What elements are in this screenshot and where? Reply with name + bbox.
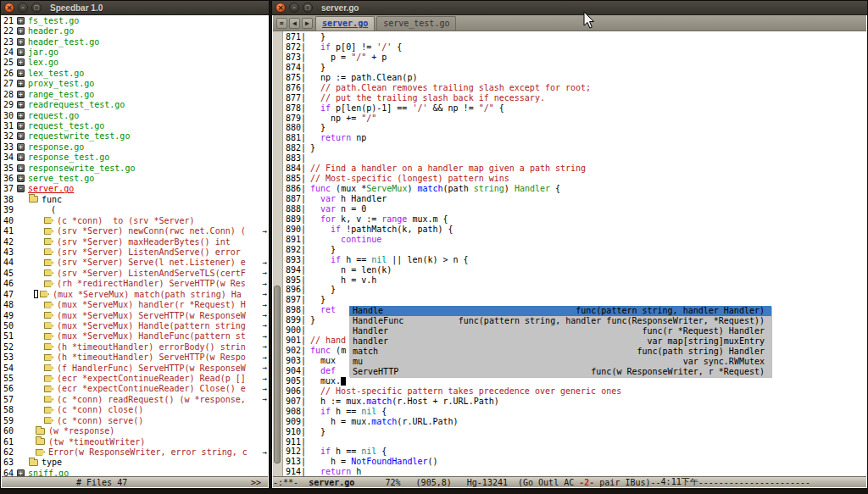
item-label[interactable]: (mux *ServeMux) ServeHTTP(w ResponseW bbox=[57, 311, 246, 320]
item-label[interactable]: response_test.go bbox=[28, 153, 109, 162]
speedbar-row[interactable]: 46(rh *redirectHandler) ServeHTTP(w Res→ bbox=[2, 279, 268, 289]
speedbar-titlebar[interactable]: × – ▢ Speedbar 1.0 bbox=[1, 1, 269, 15]
code-line[interactable]: 878|if p[len(p)-1] == '/' && np != "/" { bbox=[285, 103, 866, 114]
collapse-button[interactable]: - bbox=[17, 185, 25, 192]
item-label[interactable]: (rh *redirectHandler) ServeHTTP(w Res bbox=[57, 279, 246, 288]
speedbar-row[interactable]: 35+responsewrite_test.go bbox=[2, 163, 268, 173]
minimize-icon[interactable]: – bbox=[18, 3, 28, 13]
code-line[interactable]: 882|} bbox=[285, 143, 866, 153]
item-label[interactable]: request_test.go bbox=[28, 121, 104, 130]
code-line[interactable]: 876|// path.Clean removes trailing slash… bbox=[285, 83, 866, 93]
speedbar-row[interactable]: 40(c *conn) to (srv *Server) bbox=[2, 215, 268, 225]
speedbar-row[interactable]: 43(srv *Server) ListenAndServe() error bbox=[2, 247, 268, 257]
completion-item[interactable]: muvar sync.RWMutex bbox=[349, 357, 771, 367]
item-label[interactable]: proxy_test.go bbox=[28, 79, 94, 88]
expand-button[interactable]: + bbox=[17, 69, 25, 77]
speedbar-row[interactable]: 63type bbox=[2, 458, 268, 468]
item-label[interactable]: Error(w ResponseWriter, error string, c bbox=[48, 447, 248, 457]
expand-button[interactable]: + bbox=[17, 122, 25, 130]
completion-item[interactable]: matchfunc(path string) Handler bbox=[349, 347, 771, 357]
tab-serve-test-go[interactable]: serve_test.go bbox=[376, 16, 456, 31]
close-icon[interactable]: × bbox=[275, 3, 286, 13]
speedbar-row[interactable]: 34+response_test.go bbox=[2, 152, 268, 162]
code-line[interactable]: 906|// Host-specific pattern takes prece… bbox=[285, 386, 866, 397]
item-label[interactable]: (h *timeoutHandler) errorBody() strin bbox=[57, 342, 246, 352]
expand-button[interactable]: + bbox=[17, 58, 25, 66]
code-line[interactable]: 889|for k, v := range mux.m { bbox=[285, 214, 866, 225]
expand-button[interactable]: + bbox=[17, 80, 25, 87]
item-label[interactable]: (mux *ServeMux) match(path string) Ha bbox=[53, 290, 242, 299]
speedbar-row[interactable]: 58(c *conn) close() bbox=[2, 405, 268, 415]
editor-titlebar[interactable]: × – ▢ server.go bbox=[272, 1, 867, 15]
speedbar-row[interactable]: 24+jar.go bbox=[2, 47, 268, 57]
speedbar-row[interactable]: 27+proxy_test.go bbox=[2, 79, 268, 89]
speedbar-row[interactable]: 23+header_test.go bbox=[2, 36, 268, 47]
speedbar-row[interactable]: 22+header.go bbox=[2, 25, 268, 36]
speedbar-row[interactable]: 41(srv *Server) newConn(rwc net.Conn) (→ bbox=[2, 225, 268, 236]
expand-button[interactable]: + bbox=[17, 153, 25, 161]
code-line[interactable]: 881|return np bbox=[285, 133, 866, 143]
item-label[interactable]: lex.go bbox=[28, 58, 58, 67]
code-line[interactable]: 875|np := path.Clean(p) bbox=[285, 73, 866, 83]
speedbar-row[interactable]: 30+request.go bbox=[2, 110, 268, 120]
code-line[interactable]: 896|} bbox=[285, 285, 866, 295]
item-label[interactable]: requestwrite_test.go bbox=[28, 131, 130, 141]
code-line[interactable]: 893|if h == nil || len(k) > n { bbox=[285, 255, 866, 265]
code-line[interactable]: 890|if !pathMatch(k, path) { bbox=[285, 225, 866, 235]
code-line[interactable]: 879|np += "/" bbox=[285, 114, 866, 124]
expand-button[interactable]: + bbox=[17, 38, 25, 46]
back-icon[interactable]: ◀ bbox=[289, 18, 300, 29]
speedbar-row[interactable]: 45(srv *Server) ListenAndServeTLS(certF→ bbox=[2, 268, 268, 278]
item-label[interactable]: jar.go bbox=[28, 47, 58, 57]
code-line[interactable]: 907|h := mux.match(r.Host + r.URL.Path) bbox=[285, 397, 866, 407]
code-line[interactable]: 872|if p[0] != '/' { bbox=[285, 42, 866, 53]
item-label[interactable]: (c *conn) serve() bbox=[57, 416, 143, 425]
speedbar-row[interactable]: 55(ecr *expectContinueReader) Read(p []→ bbox=[2, 373, 268, 383]
code-line[interactable]: 880|} bbox=[285, 123, 866, 133]
item-label[interactable]: (c *conn) to (srv *Server) bbox=[57, 216, 195, 225]
code-line[interactable]: 905|mux. bbox=[285, 376, 866, 386]
expand-button[interactable]: + bbox=[17, 48, 25, 56]
item-label[interactable]: readrequest_test.go bbox=[28, 100, 125, 109]
speedbar-row[interactable]: 39( bbox=[2, 205, 268, 215]
buffer-menu-icon[interactable]: ≡ bbox=[276, 18, 287, 29]
speedbar-row[interactable]: 21+fs_test.go bbox=[2, 15, 268, 25]
speedbar-row[interactable]: 44(srv *Server) Serve(l net.Listener) e→ bbox=[2, 258, 268, 268]
speedbar-row[interactable]: 36+serve_test.go bbox=[2, 173, 268, 183]
speedbar-row[interactable]: 49(mux *ServeMux) ServeHTTP(w ResponseW→ bbox=[2, 310, 268, 320]
speedbar-row[interactable]: 25+lex.go bbox=[2, 58, 268, 68]
vertical-scrollbar[interactable] bbox=[273, 31, 283, 477]
speedbar-row[interactable]: 32+requestwrite_test.go bbox=[2, 131, 268, 142]
speedbar-row[interactable]: 53(h *timeoutHandler) ServeHTTP(w Respo→ bbox=[2, 352, 268, 363]
code-line[interactable]: 887|var h Handler bbox=[285, 194, 866, 204]
code-line[interactable]: 891|continue bbox=[285, 235, 866, 245]
item-label[interactable]: (h *timeoutHandler) ServeHTTP(w Respo bbox=[57, 352, 246, 362]
maximize-icon[interactable]: ▢ bbox=[31, 3, 42, 13]
item-label[interactable]: (f HandlerFunc) ServeHTTP(w ResponseW bbox=[57, 364, 246, 373]
speedbar-row[interactable]: 48(mux *ServeMux) handler(r *Request) H→ bbox=[2, 299, 268, 309]
item-label[interactable]: serve_test.go bbox=[28, 174, 94, 183]
code-line[interactable]: 892|} bbox=[285, 245, 866, 255]
completion-item[interactable]: Handlefunc(pattern string, handler Handl… bbox=[349, 306, 771, 316]
speedbar-row[interactable]: 59(c *conn) serve() bbox=[2, 415, 268, 425]
tab-server-go[interactable]: server.go bbox=[315, 16, 375, 31]
item-label[interactable]: lex_test.go bbox=[28, 69, 84, 78]
speedbar-row[interactable]: 56(ecr *expectContinueReader) Close() e→ bbox=[2, 384, 268, 394]
expand-button[interactable]: + bbox=[17, 175, 25, 182]
code-line[interactable]: 883| bbox=[285, 153, 866, 164]
speedbar-row[interactable]: 61(tw *timeoutWriter) bbox=[2, 436, 268, 447]
minimize-icon[interactable]: – bbox=[289, 3, 299, 13]
speedbar-row[interactable]: 38func bbox=[2, 194, 268, 204]
code-line[interactable]: 897|} bbox=[285, 295, 866, 305]
item-label[interactable]: response.go bbox=[28, 142, 84, 152]
item-label[interactable]: (srv *Server) newConn(rwc net.Conn) ( bbox=[57, 226, 246, 236]
expand-button[interactable]: + bbox=[17, 17, 25, 25]
code-line[interactable]: 888|var n = 0 bbox=[285, 204, 866, 214]
expand-button[interactable]: + bbox=[17, 101, 25, 108]
item-label[interactable]: header.go bbox=[28, 26, 74, 36]
speedbar-row[interactable]: 51(mux *ServeMux) HandleFunc(pattern st→ bbox=[2, 331, 268, 341]
expand-button[interactable]: + bbox=[17, 91, 25, 98]
speedbar-row[interactable]: 29+readrequest_test.go bbox=[2, 99, 268, 109]
speedbar-row[interactable]: 52(h *timeoutHandler) errorBody() strin→ bbox=[2, 341, 268, 352]
scrollbar-thumb[interactable] bbox=[274, 286, 281, 463]
